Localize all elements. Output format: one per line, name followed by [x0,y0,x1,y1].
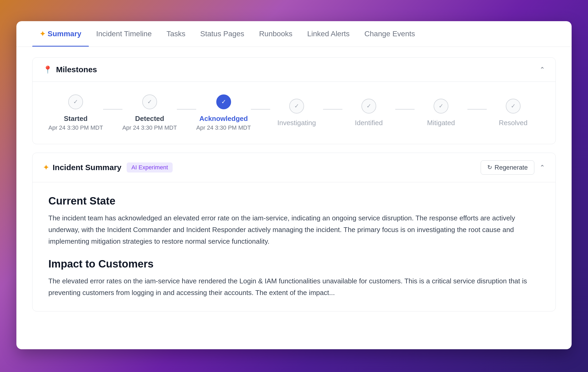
current-state-text: The incident team has acknowledged an el… [48,212,540,247]
impact-heading: Impact to Customers [48,258,540,270]
check-icon-mitigated: ✓ [439,103,443,110]
milestone-identified: ✓ Identified [342,99,395,127]
milestones-body: ✓ Started Apr 24 3:30 PM MDT ✓ [33,82,555,144]
ai-experiment-badge: AI Experiment [127,162,173,173]
incident-summary-title: ✦ Incident Summary [43,163,121,172]
milestone-detected: ✓ Detected Apr 24 3:30 PM MDT [122,94,177,131]
tab-summary[interactable]: ✦ Summary [32,21,89,47]
milestone-started: ✓ Started Apr 24 3:30 PM MDT [48,94,103,131]
incident-summary-card: ✦ Incident Summary AI Experiment ↻ Regen… [32,153,556,311]
check-icon-investigating: ✓ [294,103,299,110]
regenerate-button[interactable]: ↻ Regenerate [481,160,534,175]
tab-runbooks[interactable]: Runbooks [252,21,300,47]
check-icon-detected: ✓ [147,98,152,105]
incident-header-right: ↻ Regenerate ⌃ [481,160,545,175]
milestones-header: 📍 Milestones ⌃ [33,58,555,82]
impact-text: The elevated error rates on the iam-serv… [48,275,540,298]
milestone-circle-investigating: ✓ [289,99,304,114]
tab-change-events[interactable]: Change Events [357,21,422,47]
sparkle-icon-2: ✦ [43,164,49,172]
milestones-title: 📍 Milestones [43,65,97,74]
milestone-info-resolved: Resolved [499,119,527,127]
milestones-track: ✓ Started Apr 24 3:30 PM MDT ✓ [48,94,540,131]
milestone-info-acknowledged: Acknowledged Apr 24 3:30 PM MDT [196,115,251,131]
connector-5 [395,109,415,110]
milestone-info-investigating: Investigating [277,119,316,127]
connector-3 [251,109,270,110]
milestone-investigating: ✓ Investigating [270,99,323,127]
regenerate-icon: ↻ [487,164,492,171]
milestone-circle-acknowledged: ✓ [216,94,231,109]
milestone-circle-identified: ✓ [361,99,376,114]
milestone-circle-detected: ✓ [142,94,157,109]
check-icon-acknowledged: ✓ [221,98,226,105]
milestone-circle-mitigated: ✓ [434,99,448,114]
milestone-info-started: Started Apr 24 3:30 PM MDT [48,115,103,131]
tab-tasks[interactable]: Tasks [159,21,193,47]
tab-linked-alerts[interactable]: Linked Alerts [300,21,357,47]
sparkle-icon: ✦ [40,30,45,38]
milestone-acknowledged: ✓ Acknowledged Apr 24 3:30 PM MDT [196,94,251,131]
milestones-collapse-button[interactable]: ⌃ [540,66,545,73]
tab-status-pages[interactable]: Status Pages [193,21,252,47]
main-card: ✦ Summary Incident Timeline Tasks Status… [16,21,572,349]
milestone-resolved: ✓ Resolved [487,99,540,127]
current-state-heading: Current State [48,195,540,207]
incident-summary-collapse-button[interactable]: ⌃ [540,164,545,171]
nav-tabs: ✦ Summary Incident Timeline Tasks Status… [16,21,572,47]
incident-title-group: ✦ Incident Summary AI Experiment [43,162,173,173]
tab-incident-timeline[interactable]: Incident Timeline [89,21,159,47]
milestone-circle-resolved: ✓ [506,99,521,114]
connector-6 [467,109,487,110]
milestone-info-mitigated: Mitigated [427,119,455,127]
connector-4 [323,109,342,110]
milestones-card: 📍 Milestones ⌃ ✓ Started Apr 24 3:30 PM … [32,57,556,144]
connector-2 [177,109,196,110]
incident-summary-header: ✦ Incident Summary AI Experiment ↻ Regen… [33,153,555,182]
check-icon-started: ✓ [73,98,78,105]
pin-icon: 📍 [43,65,52,74]
check-icon-identified: ✓ [366,103,371,110]
milestone-circle-started: ✓ [68,94,83,109]
content-area: 📍 Milestones ⌃ ✓ Started Apr 24 3:30 PM … [16,47,572,322]
incident-summary-content: Current State The incident team has ackn… [33,182,555,311]
milestone-info-identified: Identified [355,119,383,127]
connector-1 [103,109,122,110]
check-icon-resolved: ✓ [511,103,516,110]
milestone-mitigated: ✓ Mitigated [415,99,467,127]
milestone-info-detected: Detected Apr 24 3:30 PM MDT [122,115,177,131]
